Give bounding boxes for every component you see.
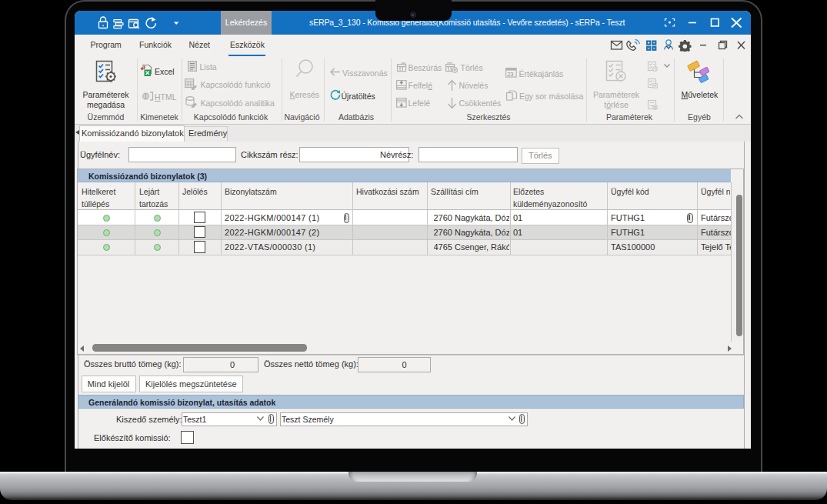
svg-text:23: 23 xyxy=(507,70,513,77)
